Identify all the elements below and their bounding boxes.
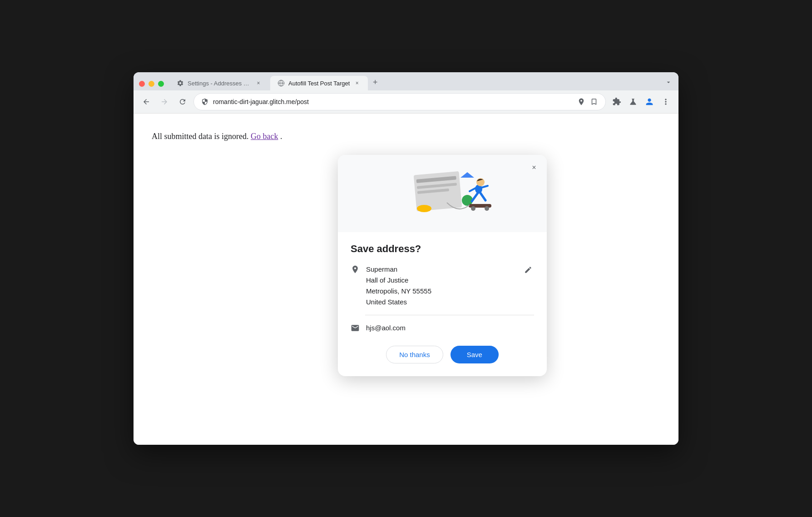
address-lines: Superman Hall of Justice Metropolis, NY …	[366, 264, 516, 308]
minimize-window-button[interactable]	[149, 81, 154, 87]
back-button[interactable]	[139, 94, 153, 109]
divider	[365, 315, 534, 315]
forward-button[interactable]	[157, 94, 172, 109]
dialog-illustration	[338, 155, 547, 232]
go-back-link[interactable]: Go back	[251, 132, 278, 141]
url-text: romantic-dirt-jaguar.glitch.me/post	[213, 98, 573, 105]
svg-marker-7	[460, 172, 474, 178]
profile-button[interactable]	[642, 94, 657, 109]
close-window-button[interactable]	[139, 81, 145, 87]
save-button[interactable]: Save	[451, 346, 499, 363]
location-address-icon[interactable]	[577, 98, 585, 106]
window-controls	[137, 81, 168, 90]
lab-button[interactable]	[626, 94, 640, 109]
address-name: Superman	[366, 264, 516, 275]
page-content: All submitted data is ignored. Go back .…	[134, 114, 678, 445]
address-bar[interactable]: romantic-dirt-jaguar.glitch.me/post	[193, 93, 606, 110]
save-address-dialog: ×	[338, 155, 547, 376]
dialog-body: Save address? Superman Hall of Justice M…	[338, 232, 547, 376]
address-line1: Hall of Justice	[366, 275, 516, 286]
autofill-tab-icon	[277, 80, 285, 87]
dialog-overlay: ×	[134, 114, 678, 445]
settings-tab-icon	[177, 80, 184, 87]
tab-bar: Settings - Addresses and mo × Autofill T…	[134, 72, 678, 90]
bookmark-icon[interactable]	[590, 98, 598, 106]
dialog-title: Save address?	[351, 243, 534, 255]
new-tab-button[interactable]: +	[369, 76, 381, 89]
settings-tab-title: Settings - Addresses and mo	[188, 80, 251, 87]
email-address: hjs@aol.com	[366, 323, 406, 333]
address-line3: United States	[366, 297, 516, 308]
nav-bar: romantic-dirt-jaguar.glitch.me/post	[134, 90, 678, 114]
email-icon	[351, 323, 360, 335]
tab-settings[interactable]: Settings - Addresses and mo ×	[169, 76, 269, 90]
maximize-window-button[interactable]	[158, 81, 164, 87]
edit-address-button[interactable]	[522, 264, 534, 278]
email-row: hjs@aol.com	[351, 323, 534, 335]
autofill-tab-title: Autofill Test Post Target	[288, 80, 350, 87]
svg-point-17	[471, 206, 475, 211]
refresh-button[interactable]	[175, 94, 190, 109]
browser-window: Settings - Addresses and mo × Autofill T…	[134, 72, 678, 445]
svg-line-12	[472, 193, 478, 201]
settings-tab-close[interactable]: ×	[255, 80, 262, 87]
tab-autofill[interactable]: Autofill Test Post Target ×	[270, 76, 368, 90]
svg-line-13	[480, 193, 485, 200]
address-row: Superman Hall of Justice Metropolis, NY …	[351, 264, 534, 308]
period: .	[280, 132, 282, 141]
location-icon	[351, 265, 360, 276]
svg-point-8	[417, 205, 431, 212]
svg-line-15	[481, 186, 488, 188]
dialog-close-button[interactable]: ×	[528, 161, 540, 174]
tab-dropdown-button[interactable]	[662, 76, 675, 89]
page-text: All submitted data is ignored. Go back .	[134, 114, 678, 159]
extensions-button[interactable]	[609, 94, 624, 109]
security-icon	[201, 98, 208, 105]
no-thanks-button[interactable]: No thanks	[386, 346, 443, 363]
autofill-tab-close[interactable]: ×	[353, 80, 361, 87]
svg-point-18	[485, 206, 489, 211]
menu-button[interactable]	[659, 94, 673, 109]
address-line2: Metropolis, NY 55555	[366, 286, 516, 297]
submitted-text: All submitted data is ignored.	[152, 132, 248, 141]
dialog-actions: No thanks Save	[351, 346, 534, 363]
nav-icons	[609, 94, 673, 109]
